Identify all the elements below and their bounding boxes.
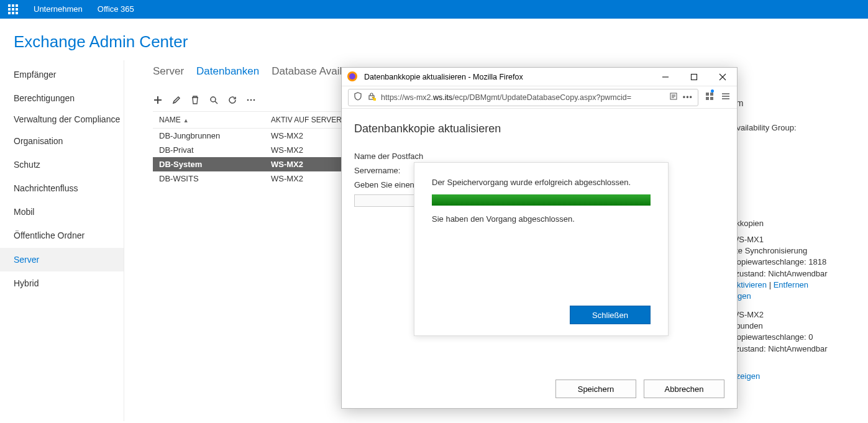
svg-rect-8 — [16, 12, 18, 14]
svg-rect-0 — [8, 4, 11, 7]
sidenav-item-0[interactable]: Empfänger — [0, 63, 124, 86]
sidenav-item-9[interactable]: Hybrid — [0, 271, 124, 295]
cancel-button[interactable]: Abbrechen — [644, 380, 724, 398]
reader-icon[interactable] — [669, 92, 678, 102]
more-icon[interactable] — [246, 95, 256, 105]
detail-header: em — [731, 98, 868, 110]
cell-name: DB-Privat — [153, 143, 265, 157]
firefox-icon — [347, 71, 359, 83]
copy2-bound: ebunden — [731, 321, 868, 332]
svg-point-10 — [247, 99, 249, 101]
url-input[interactable]: https://ws-mx2.ws.its/ecp/DBMgmt/UpdateD… — [348, 89, 698, 106]
page-title: Exchange Admin Center — [0, 19, 868, 60]
svg-point-12 — [254, 99, 255, 101]
svg-rect-4 — [12, 8, 14, 11]
cell-name: DB-System — [153, 157, 265, 171]
progress-complete-message: Sie haben den Vorgang abgeschlossen. — [432, 214, 651, 224]
copy2-state: xzustand: NichtAnwendbar — [731, 343, 868, 355]
svg-rect-1 — [12, 4, 14, 7]
copy1-state: xzustand: NichtAnwendbar — [731, 268, 868, 280]
top-link-o365[interactable]: Office 365 — [90, 0, 142, 19]
copy2-queue: Kopiewarteschlange: 0 — [731, 332, 868, 343]
copies-header: nkkopien — [731, 218, 868, 229]
link-remove[interactable]: Entfernen — [774, 280, 808, 289]
side-nav: EmpfängerBerechtigungenVerwaltung der Co… — [0, 60, 124, 421]
add-icon[interactable] — [153, 95, 163, 105]
hamburger-icon[interactable] — [721, 91, 731, 104]
sidenav-item-8[interactable]: Server — [0, 248, 124, 271]
url-text: https://ws-mx2.ws.its/ecp/DBMgmt/UpdateD… — [381, 93, 631, 102]
copy1-sync: ute Synchronisierung — [731, 245, 868, 257]
sidenav-item-1[interactable]: Berechtigungen — [0, 86, 124, 110]
copy2-server: WS-MX2 — [731, 309, 868, 321]
close-button[interactable] — [708, 68, 737, 86]
sidenav-item-2[interactable]: Verwaltung der Compliance — [0, 110, 124, 129]
waffle-icon[interactable] — [4, 0, 22, 19]
progress-bar — [432, 194, 651, 206]
popup-title: Datenbankkopie aktualisieren - Mozilla F… — [364, 73, 651, 81]
url-more-icon[interactable]: ••• — [683, 93, 693, 102]
svg-rect-20 — [710, 93, 713, 96]
svg-rect-7 — [12, 12, 14, 14]
copy1-queue: Kopiewarteschlange: 1818 — [731, 257, 868, 268]
svg-point-11 — [250, 99, 252, 101]
popup-urlbar-row: https://ws-mx2.ws.its/ecp/DBMgmt/UpdateD… — [342, 86, 737, 109]
sidenav-item-7[interactable]: Öffentliche Ordner — [0, 224, 124, 247]
svg-rect-19 — [706, 93, 709, 96]
lock-warning-icon[interactable] — [367, 92, 376, 102]
svg-rect-2 — [16, 4, 18, 7]
cell-name: DB-WSITS — [153, 171, 265, 186]
svg-rect-6 — [8, 12, 11, 14]
minimize-button[interactable] — [651, 68, 680, 86]
dag-label: Availability Group: — [731, 122, 868, 134]
col-name[interactable]: NAME▲ — [153, 112, 265, 129]
maximize-button[interactable] — [680, 68, 708, 86]
top-link-enterprise[interactable]: Unternehmen — [26, 0, 90, 19]
copy1-server: WS-MX1 — [731, 234, 868, 245]
edit-icon[interactable] — [171, 95, 181, 105]
progress-dialog: Der Speichervorgang wurde erfolgreich ab… — [414, 162, 669, 336]
save-button[interactable]: Speichern — [555, 380, 636, 398]
svg-rect-5 — [16, 8, 18, 11]
tab-1[interactable]: Datenbanken — [196, 65, 259, 78]
search-icon[interactable] — [209, 95, 219, 105]
close-dialog-button[interactable]: Schließen — [570, 306, 651, 324]
sidenav-item-5[interactable]: Nachrichtenfluss — [0, 176, 124, 200]
svg-rect-22 — [710, 97, 713, 100]
popup-titlebar[interactable]: Datenbankkopie aktualisieren - Mozilla F… — [342, 68, 737, 86]
sidenav-item-4[interactable]: Schutz — [0, 153, 124, 176]
form-input-source[interactable] — [354, 194, 416, 207]
tab-0[interactable]: Server — [153, 65, 184, 78]
svg-rect-15 — [692, 74, 697, 80]
refresh-icon[interactable] — [227, 95, 237, 105]
detail-pane: em Availability Group: nkkopien WS-MX1 u… — [731, 98, 868, 382]
sidenav-item-3[interactable]: Organisation — [0, 129, 124, 153]
popup-window: Datenbankkopie aktualisieren - Mozilla F… — [341, 67, 738, 409]
cell-name: DB-Jungbrunnen — [153, 129, 265, 143]
svg-rect-3 — [8, 8, 11, 11]
extension-icon[interactable] — [705, 91, 715, 104]
sort-asc-icon: ▲ — [183, 117, 189, 124]
form-label-dbname: Name der Postfach — [354, 152, 724, 161]
shield-icon[interactable] — [354, 92, 362, 102]
delete-icon[interactable] — [190, 95, 200, 105]
svg-rect-21 — [706, 97, 709, 100]
svg-point-9 — [211, 97, 216, 102]
popup-heading: Datenbankkopie aktualisieren — [354, 122, 724, 135]
sidenav-item-6[interactable]: Mobil — [0, 200, 124, 224]
svg-point-14 — [349, 73, 355, 80]
top-bar: Unternehmen Office 365 — [0, 0, 868, 19]
progress-message: Der Speichervorgang wurde erfolgreich ab… — [432, 178, 651, 187]
